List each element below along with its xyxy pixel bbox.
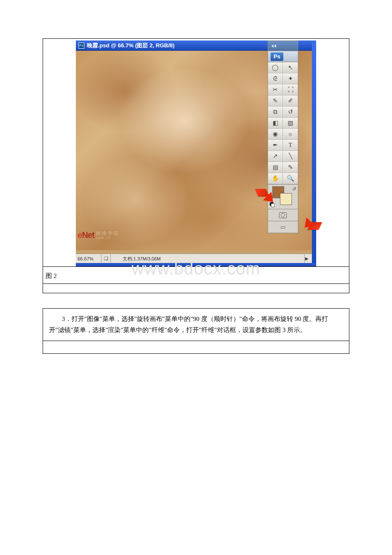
instruction-empty-row (43, 341, 349, 353)
background-color-swatch[interactable] (280, 193, 292, 205)
hand-tool[interactable]: ✋ (268, 173, 283, 184)
line-tool[interactable]: ╲ (283, 151, 298, 162)
photoshop-window: Ps 晚霞.psd @ 66.7% (图层 2, RGB/8) eNet 网络学… (76, 40, 316, 263)
eyedropper-tool[interactable]: ✎ (283, 162, 298, 173)
figure-caption: 图 2 (43, 266, 349, 283)
stamp-tool[interactable]: ⧉ (268, 107, 283, 118)
screen-mode-button[interactable]: ▭ (268, 221, 298, 233)
ps-logo-icon: Ps (271, 52, 283, 61)
enet-watermark: eNet 网络学院 .com.cn (78, 230, 120, 240)
figure-box: Ps 晚霞.psd @ 66.7% (图层 2, RGB/8) eNet 网络学… (43, 38, 349, 293)
instruction-box: 3．打开"图像"菜单，选择"旋转画布"菜单中的"90 度（顺时针）"命令，将画布… (43, 308, 349, 354)
gradient-tool[interactable]: ▧ (283, 118, 298, 129)
status-proof-icon[interactable]: ❏ (101, 254, 111, 263)
status-bar: 66.67% ❏ 文档:1.37M/3.06M ▶ ◀ (76, 254, 316, 263)
type-tool[interactable]: T (283, 140, 298, 151)
enet-cn-text: 网络学院 (96, 231, 120, 236)
pen-tool[interactable]: ✒ (268, 140, 283, 151)
spacer-row (43, 283, 349, 293)
ps-badge-row: Ps (268, 51, 298, 62)
zoom-tool[interactable]: 🔍 (283, 173, 298, 184)
bottom-blue-strip (76, 263, 316, 266)
enet-logo: eNet (78, 230, 94, 240)
screen-mode-icon: ▭ (280, 224, 285, 231)
collapse-arrows-icon (271, 44, 277, 48)
move-tool[interactable]: ↖ (283, 62, 298, 73)
tools-palette-header[interactable] (268, 40, 298, 51)
status-zoom[interactable]: 66.67% (76, 254, 101, 263)
instruction-text: 3．打开"图像"菜单，选择"旋转画布"菜单中的"90 度（顺时针）"命令，将画布… (43, 309, 349, 341)
slice-tool[interactable]: ⛶ (283, 84, 298, 95)
dodge-tool[interactable]: ☼ (283, 129, 298, 140)
notes-tool[interactable]: ▤ (268, 162, 283, 173)
crop-tool[interactable]: ✂ (268, 84, 283, 95)
tools-palette[interactable]: Ps ◯↖ᘓ✦✂⛶✎✐⧉↺◧▧◉☼✒T↗╲▤✎✋🔍 ↺ ▭ (268, 40, 298, 249)
tool-grid: ◯↖ᘓ✦✂⛶✎✐⧉↺◧▧◉☼✒T↗╲▤✎✋🔍 (268, 62, 298, 185)
ps-file-icon: Ps (78, 43, 84, 49)
brush-tool[interactable]: ✎ (268, 95, 283, 107)
wand-tool[interactable]: ✦ (283, 73, 298, 84)
marquee-tool[interactable]: ◯ (268, 62, 283, 73)
enet-com-text: .com.cn (94, 236, 120, 240)
pencil-tool[interactable]: ✐ (283, 95, 298, 107)
window-title: 晚霞.psd @ 66.7% (图层 2, RGB/8) (87, 42, 175, 49)
path-tool[interactable]: ↗ (268, 151, 283, 162)
swap-colors-icon[interactable]: ↺ (292, 186, 296, 192)
blur-tool[interactable]: ◉ (268, 129, 283, 140)
eraser-tool[interactable]: ◧ (268, 118, 283, 129)
status-doc-size[interactable]: 文档:1.37M/3.06M (111, 254, 304, 263)
history-brush-tool[interactable]: ↺ (283, 107, 298, 118)
screenshot-wrapper: Ps 晚霞.psd @ 66.7% (图层 2, RGB/8) eNet 网络学… (43, 39, 349, 266)
quick-mask-button[interactable] (268, 209, 298, 221)
lasso-tool[interactable]: ᘓ (268, 73, 283, 84)
quick-mask-icon (279, 212, 287, 218)
